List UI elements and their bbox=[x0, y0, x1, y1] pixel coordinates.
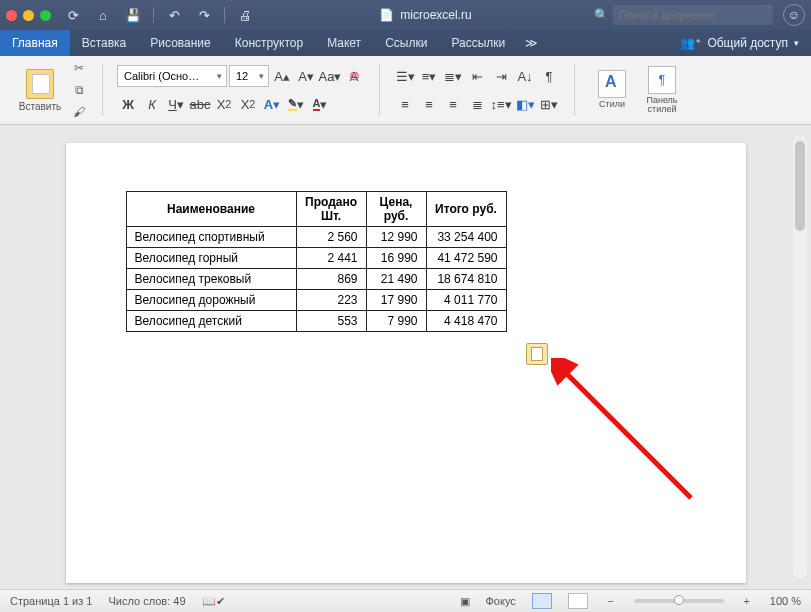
paste-button[interactable]: Вставить bbox=[14, 69, 66, 112]
share-button[interactable]: 👥⁺ Общий доступ ▾ bbox=[668, 30, 811, 56]
zoom-slider-thumb[interactable] bbox=[674, 595, 684, 605]
search-input[interactable] bbox=[613, 5, 773, 25]
cell-price[interactable]: 21 490 bbox=[366, 269, 426, 290]
tab-design[interactable]: Конструктор bbox=[223, 30, 315, 56]
cell-price[interactable]: 16 990 bbox=[366, 248, 426, 269]
subscript-button[interactable]: X2 bbox=[213, 93, 235, 115]
cell-total[interactable]: 4 418 470 bbox=[426, 311, 506, 332]
multilevel-list-icon[interactable]: ≣▾ bbox=[442, 65, 464, 87]
decrease-font-icon[interactable]: A▾ bbox=[295, 65, 317, 87]
undo-icon[interactable]: ↶ bbox=[162, 4, 186, 26]
home-icon[interactable]: ⌂ bbox=[91, 4, 115, 26]
zoom-in-button[interactable]: + bbox=[740, 595, 754, 607]
document-area[interactable]: Наименование Продано Шт. Цена, руб. Итог… bbox=[0, 125, 811, 589]
zoom-percent[interactable]: 100 % bbox=[770, 595, 801, 607]
cell-total[interactable]: 4 011 770 bbox=[426, 290, 506, 311]
cell-name[interactable]: Велосипед трековый bbox=[126, 269, 296, 290]
increase-font-icon[interactable]: A▴ bbox=[271, 65, 293, 87]
format-painter-icon[interactable]: 🖌 bbox=[70, 104, 88, 120]
minimize-window-button[interactable] bbox=[23, 10, 34, 21]
table-row[interactable]: Велосипед горный2 44116 99041 472 590 bbox=[126, 248, 506, 269]
status-page[interactable]: Страница 1 из 1 bbox=[10, 595, 92, 607]
scrollbar-thumb[interactable] bbox=[795, 141, 805, 231]
tab-home[interactable]: Главная bbox=[0, 30, 70, 56]
table-row[interactable]: Велосипед спортивный2 56012 99033 254 40… bbox=[126, 227, 506, 248]
autosave-icon[interactable]: ⟳ bbox=[61, 4, 85, 26]
cell-total[interactable]: 41 472 590 bbox=[426, 248, 506, 269]
text-effects-icon[interactable]: A▾ bbox=[261, 93, 283, 115]
tab-draw[interactable]: Рисование bbox=[138, 30, 222, 56]
cell-total[interactable]: 33 254 400 bbox=[426, 227, 506, 248]
align-center-icon[interactable]: ≡ bbox=[418, 93, 440, 115]
table-row[interactable]: Велосипед дорожный22317 9904 011 770 bbox=[126, 290, 506, 311]
status-focus-label[interactable]: Фокус bbox=[486, 595, 516, 607]
line-spacing-icon[interactable]: ↕≡▾ bbox=[490, 93, 512, 115]
page[interactable]: Наименование Продано Шт. Цена, руб. Итог… bbox=[66, 143, 746, 583]
decrease-indent-icon[interactable]: ⇤ bbox=[466, 65, 488, 87]
quick-access-toolbar: ⟳ ⌂ 💾 ↶ ↷ 🖨 bbox=[61, 4, 257, 26]
spellcheck-icon[interactable]: 📖✔ bbox=[202, 595, 225, 608]
underline-button[interactable]: Ч▾ bbox=[165, 93, 187, 115]
styles-pane-button[interactable]: ¶ Панель стилей bbox=[639, 66, 685, 115]
show-marks-icon[interactable]: ¶ bbox=[538, 65, 560, 87]
data-table[interactable]: Наименование Продано Шт. Цена, руб. Итог… bbox=[126, 191, 507, 332]
cell-name[interactable]: Велосипед горный bbox=[126, 248, 296, 269]
font-family-select[interactable]: Calibri (Осно… ▾ bbox=[117, 65, 227, 87]
save-icon[interactable]: 💾 bbox=[121, 4, 145, 26]
shading-icon[interactable]: ◧▾ bbox=[514, 93, 536, 115]
word-doc-icon: 📄 bbox=[379, 8, 394, 22]
tab-layout[interactable]: Макет bbox=[315, 30, 373, 56]
tab-insert[interactable]: Вставка bbox=[70, 30, 139, 56]
cell-name[interactable]: Велосипед спортивный bbox=[126, 227, 296, 248]
print-icon[interactable]: 🖨 bbox=[233, 4, 257, 26]
cell-sold[interactable]: 2 560 bbox=[296, 227, 366, 248]
web-layout-view-icon[interactable] bbox=[568, 593, 588, 609]
cell-price[interactable]: 12 990 bbox=[366, 227, 426, 248]
tab-references[interactable]: Ссылки bbox=[373, 30, 439, 56]
vertical-scrollbar[interactable] bbox=[793, 135, 807, 579]
sort-icon[interactable]: A↓ bbox=[514, 65, 536, 87]
copy-icon[interactable]: ⧉ bbox=[70, 82, 88, 98]
highlight-color-icon[interactable]: ✎▾ bbox=[285, 93, 307, 115]
italic-button[interactable]: К bbox=[141, 93, 163, 115]
maximize-window-button[interactable] bbox=[40, 10, 51, 21]
clear-formatting-icon[interactable]: A⊘ bbox=[343, 65, 365, 87]
zoom-out-button[interactable]: − bbox=[604, 595, 618, 607]
align-left-icon[interactable]: ≡ bbox=[394, 93, 416, 115]
cell-name[interactable]: Велосипед детский bbox=[126, 311, 296, 332]
cell-sold[interactable]: 223 bbox=[296, 290, 366, 311]
print-layout-view-icon[interactable] bbox=[532, 593, 552, 609]
cell-name[interactable]: Велосипед дорожный bbox=[126, 290, 296, 311]
number-list-icon[interactable]: ≡▾ bbox=[418, 65, 440, 87]
table-row[interactable]: Велосипед трековый86921 49018 674 810 bbox=[126, 269, 506, 290]
table-row[interactable]: Велосипед детский5537 9904 418 470 bbox=[126, 311, 506, 332]
justify-icon[interactable]: ≣ bbox=[466, 93, 488, 115]
close-window-button[interactable] bbox=[6, 10, 17, 21]
cell-sold[interactable]: 2 441 bbox=[296, 248, 366, 269]
redo-icon[interactable]: ↷ bbox=[192, 4, 216, 26]
cell-sold[interactable]: 553 bbox=[296, 311, 366, 332]
font-size-select[interactable]: 12 ▾ bbox=[229, 65, 269, 87]
borders-icon[interactable]: ⊞▾ bbox=[538, 93, 560, 115]
change-case-icon[interactable]: Aa▾ bbox=[319, 65, 341, 87]
align-right-icon[interactable]: ≡ bbox=[442, 93, 464, 115]
bold-button[interactable]: Ж bbox=[117, 93, 139, 115]
bullet-list-icon[interactable]: ☰▾ bbox=[394, 65, 416, 87]
cell-sold[interactable]: 869 bbox=[296, 269, 366, 290]
increase-indent-icon[interactable]: ⇥ bbox=[490, 65, 512, 87]
tab-mailings[interactable]: Рассылки bbox=[439, 30, 517, 56]
zoom-slider[interactable] bbox=[634, 599, 724, 603]
status-word-count[interactable]: Число слов: 49 bbox=[108, 595, 185, 607]
cut-icon[interactable]: ✂ bbox=[70, 60, 88, 76]
cell-price[interactable]: 17 990 bbox=[366, 290, 426, 311]
cell-price[interactable]: 7 990 bbox=[366, 311, 426, 332]
superscript-button[interactable]: X2 bbox=[237, 93, 259, 115]
user-account-icon[interactable]: ☺ bbox=[783, 4, 805, 26]
strikethrough-button[interactable]: abc bbox=[189, 93, 211, 115]
font-color-icon[interactable]: A▾ bbox=[309, 93, 331, 115]
cell-total[interactable]: 18 674 810 bbox=[426, 269, 506, 290]
styles-button[interactable]: Стили bbox=[589, 70, 635, 109]
focus-icon[interactable]: ▣ bbox=[460, 595, 470, 608]
tab-more[interactable]: ≫ bbox=[517, 30, 546, 56]
paste-options-smart-tag[interactable] bbox=[526, 343, 548, 365]
